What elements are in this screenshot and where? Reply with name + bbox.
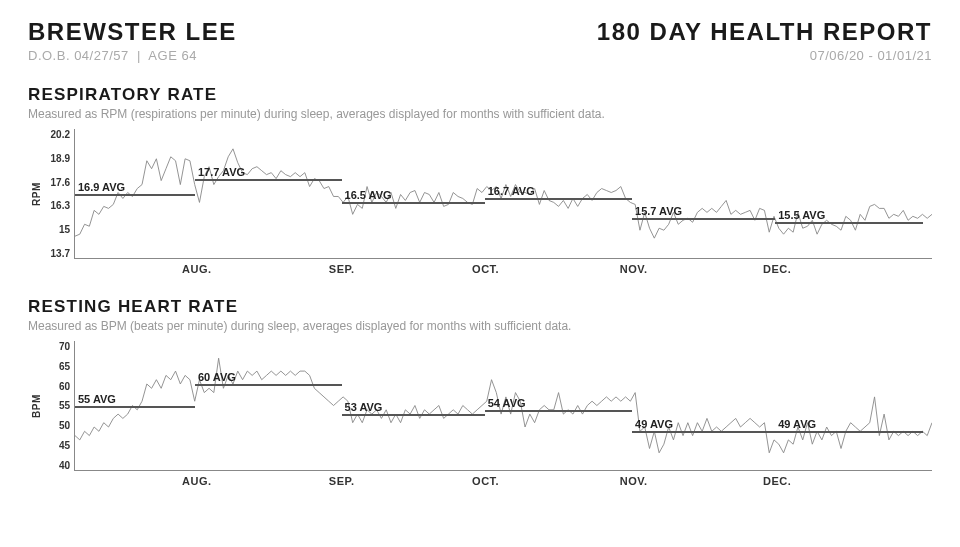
- month-avg-line: [485, 410, 632, 412]
- month-avg-label: 55 AVG: [78, 393, 116, 406]
- xtick: DEC.: [763, 263, 791, 275]
- month-avg-line: [775, 431, 923, 433]
- heart-subtitle: Measured as BPM (beats per minute) durin…: [28, 319, 932, 333]
- ytick: 60: [44, 381, 70, 392]
- respiratory-title: RESPIRATORY RATE: [28, 85, 932, 105]
- xtick: AUG.: [182, 263, 212, 275]
- patient-name: BREWSTER LEE: [28, 18, 237, 46]
- respiratory-xaxis: AUG.SEP.OCT.NOV.DEC.: [74, 263, 932, 277]
- month-avg-line: [485, 198, 632, 200]
- respiratory-yaxis: 20.218.917.616.31513.7: [44, 129, 74, 259]
- xtick: DEC.: [763, 475, 791, 487]
- ytick: 15: [44, 224, 70, 235]
- ytick: 70: [44, 341, 70, 352]
- dob-label: D.O.B.: [28, 48, 70, 63]
- xtick: NOV.: [620, 263, 648, 275]
- heart-plot: 55 AVG60 AVG53 AVG54 AVG49 AVG49 AVG: [74, 341, 932, 471]
- month-avg-line: [195, 179, 342, 181]
- patient-block: BREWSTER LEE D.O.B. 04/27/57 | AGE 64: [28, 18, 237, 63]
- month-avg-label: 17.7 AVG: [198, 166, 245, 179]
- ytick: 18.9: [44, 153, 70, 164]
- month-avg-line: [75, 194, 195, 196]
- ytick: 65: [44, 361, 70, 372]
- xtick: OCT.: [472, 475, 499, 487]
- heart-yaxis: 70656055504540: [44, 341, 74, 471]
- month-avg-line: [342, 202, 485, 204]
- month-avg-label: 16.5 AVG: [345, 189, 392, 202]
- month-avg-line: [342, 414, 485, 416]
- xtick: OCT.: [472, 263, 499, 275]
- heart-chart: BPM 70656055504540 55 AVG60 AVG53 AVG54 …: [28, 341, 932, 471]
- heart-section: RESTING HEART RATE Measured as BPM (beat…: [28, 297, 932, 489]
- report-header: BREWSTER LEE D.O.B. 04/27/57 | AGE 64 18…: [28, 18, 932, 63]
- xtick: SEP.: [329, 475, 355, 487]
- xtick: SEP.: [329, 263, 355, 275]
- month-avg-label: 49 AVG: [778, 418, 816, 431]
- month-avg-label: 60 AVG: [198, 371, 236, 384]
- month-avg-label: 54 AVG: [488, 397, 526, 410]
- ytick: 50: [44, 420, 70, 431]
- month-avg-line: [195, 384, 342, 386]
- heart-xaxis: AUG.SEP.OCT.NOV.DEC.: [74, 475, 932, 489]
- month-avg-label: 16.9 AVG: [78, 181, 125, 194]
- month-avg-line: [775, 222, 923, 224]
- ytick: 13.7: [44, 248, 70, 259]
- respiratory-subtitle: Measured as RPM (respirations per minute…: [28, 107, 932, 121]
- month-avg-label: 53 AVG: [345, 401, 383, 414]
- dob-value: 04/27/57: [74, 48, 129, 63]
- ytick: 17.6: [44, 177, 70, 188]
- age-value: 64: [181, 48, 196, 63]
- respiratory-chart: RPM 20.218.917.616.31513.7 16.9 AVG17.7 …: [28, 129, 932, 259]
- ytick: 45: [44, 440, 70, 451]
- ytick: 55: [44, 400, 70, 411]
- respiratory-plot: 16.9 AVG17.7 AVG16.5 AVG16.7 AVG15.7 AVG…: [74, 129, 932, 259]
- report-date-range: 07/06/20 - 01/01/21: [597, 48, 932, 63]
- patient-meta: D.O.B. 04/27/57 | AGE 64: [28, 48, 237, 63]
- xtick: NOV.: [620, 475, 648, 487]
- respiratory-section: RESPIRATORY RATE Measured as RPM (respir…: [28, 85, 932, 277]
- report-title: 180 DAY HEALTH REPORT: [597, 18, 932, 46]
- month-avg-label: 49 AVG: [635, 418, 673, 431]
- month-avg-label: 15.7 AVG: [635, 205, 682, 218]
- ytick: 20.2: [44, 129, 70, 140]
- month-avg-label: 15.5 AVG: [778, 209, 825, 222]
- month-avg-line: [632, 431, 775, 433]
- report-block: 180 DAY HEALTH REPORT 07/06/20 - 01/01/2…: [597, 18, 932, 63]
- heart-title: RESTING HEART RATE: [28, 297, 932, 317]
- age-label: AGE: [148, 48, 177, 63]
- respiratory-ylabel: RPM: [28, 129, 44, 259]
- ytick: 40: [44, 460, 70, 471]
- month-avg-line: [632, 218, 775, 220]
- month-avg-line: [75, 406, 195, 408]
- ytick: 16.3: [44, 200, 70, 211]
- heart-ylabel: BPM: [28, 341, 44, 471]
- month-avg-label: 16.7 AVG: [488, 185, 535, 198]
- xtick: AUG.: [182, 475, 212, 487]
